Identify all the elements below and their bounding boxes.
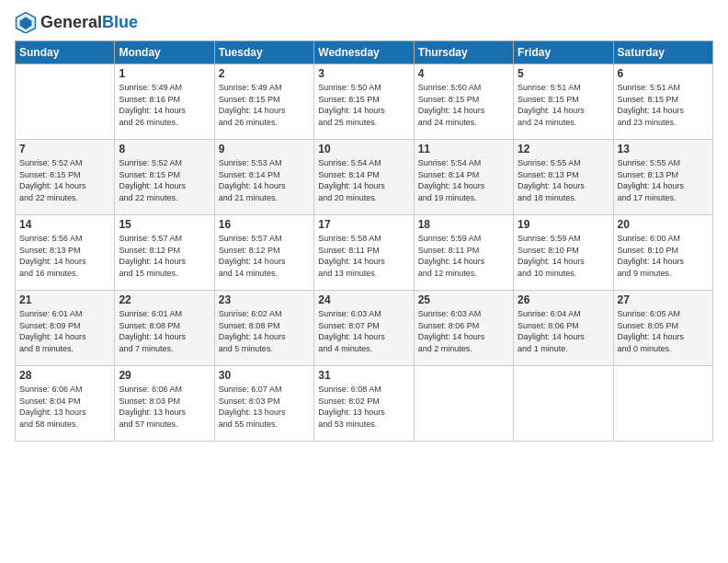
calendar-week-2: 7Sunrise: 5:52 AM Sunset: 8:15 PM Daylig… bbox=[16, 140, 713, 215]
day-info: Sunrise: 5:53 AM Sunset: 8:14 PM Dayligh… bbox=[219, 157, 310, 203]
day-info: Sunrise: 5:59 AM Sunset: 8:11 PM Dayligh… bbox=[418, 233, 509, 279]
calendar-cell: 1Sunrise: 5:49 AM Sunset: 8:16 PM Daylig… bbox=[115, 64, 214, 140]
logo: GeneralBlue bbox=[15, 11, 138, 33]
day-info: Sunrise: 5:59 AM Sunset: 8:10 PM Dayligh… bbox=[518, 233, 609, 279]
calendar-cell: 14Sunrise: 5:56 AM Sunset: 8:13 PM Dayli… bbox=[16, 215, 115, 291]
day-number: 3 bbox=[318, 67, 409, 80]
calendar-cell: 9Sunrise: 5:53 AM Sunset: 8:14 PM Daylig… bbox=[214, 140, 313, 215]
calendar-cell: 12Sunrise: 5:55 AM Sunset: 8:13 PM Dayli… bbox=[514, 140, 613, 215]
day-info: Sunrise: 5:58 AM Sunset: 8:11 PM Dayligh… bbox=[318, 233, 409, 279]
calendar-cell: 20Sunrise: 6:00 AM Sunset: 8:10 PM Dayli… bbox=[613, 215, 712, 291]
calendar-cell: 18Sunrise: 5:59 AM Sunset: 8:11 PM Dayli… bbox=[414, 215, 513, 291]
page: GeneralBlue SundayMondayTuesdayWednesday… bbox=[0, 0, 728, 563]
calendar-week-1: 1Sunrise: 5:49 AM Sunset: 8:16 PM Daylig… bbox=[16, 64, 713, 140]
day-info: Sunrise: 6:05 AM Sunset: 8:05 PM Dayligh… bbox=[618, 308, 709, 354]
calendar-cell: 30Sunrise: 6:07 AM Sunset: 8:03 PM Dayli… bbox=[214, 366, 313, 442]
calendar-cell: 2Sunrise: 5:49 AM Sunset: 8:15 PM Daylig… bbox=[214, 64, 313, 140]
calendar-cell: 4Sunrise: 5:50 AM Sunset: 8:15 PM Daylig… bbox=[414, 64, 513, 140]
calendar-cell: 24Sunrise: 6:03 AM Sunset: 8:07 PM Dayli… bbox=[314, 291, 414, 366]
calendar-cell: 27Sunrise: 6:05 AM Sunset: 8:05 PM Dayli… bbox=[613, 291, 712, 366]
header: GeneralBlue bbox=[15, 11, 713, 33]
day-number: 14 bbox=[19, 218, 110, 231]
day-info: Sunrise: 6:01 AM Sunset: 8:09 PM Dayligh… bbox=[19, 308, 110, 354]
day-number: 6 bbox=[618, 67, 709, 80]
day-number: 10 bbox=[318, 143, 409, 155]
day-info: Sunrise: 5:51 AM Sunset: 8:15 PM Dayligh… bbox=[618, 82, 709, 128]
day-info: Sunrise: 6:03 AM Sunset: 8:07 PM Dayligh… bbox=[318, 308, 409, 354]
calendar-cell: 21Sunrise: 6:01 AM Sunset: 8:09 PM Dayli… bbox=[16, 291, 115, 366]
day-number: 29 bbox=[119, 369, 210, 382]
calendar-cell: 6Sunrise: 5:51 AM Sunset: 8:15 PM Daylig… bbox=[613, 64, 712, 140]
day-number: 21 bbox=[19, 293, 110, 306]
day-info: Sunrise: 6:03 AM Sunset: 8:06 PM Dayligh… bbox=[418, 308, 509, 354]
calendar-cell: 25Sunrise: 6:03 AM Sunset: 8:06 PM Dayli… bbox=[414, 291, 513, 366]
day-number: 15 bbox=[119, 218, 210, 231]
logo-icon bbox=[15, 11, 37, 33]
day-header-monday: Monday bbox=[115, 41, 214, 64]
day-number: 11 bbox=[418, 143, 509, 155]
calendar-cell bbox=[414, 366, 513, 442]
day-info: Sunrise: 5:54 AM Sunset: 8:14 PM Dayligh… bbox=[418, 157, 509, 203]
day-header-friday: Friday bbox=[514, 41, 613, 64]
calendar-cell: 16Sunrise: 5:57 AM Sunset: 8:12 PM Dayli… bbox=[214, 215, 313, 291]
day-info: Sunrise: 5:49 AM Sunset: 8:15 PM Dayligh… bbox=[219, 82, 310, 128]
day-number: 24 bbox=[318, 293, 409, 306]
calendar-cell: 26Sunrise: 6:04 AM Sunset: 8:06 PM Dayli… bbox=[514, 291, 613, 366]
day-number: 30 bbox=[219, 369, 310, 382]
day-info: Sunrise: 5:56 AM Sunset: 8:13 PM Dayligh… bbox=[19, 233, 110, 279]
day-number: 31 bbox=[318, 369, 409, 382]
day-number: 2 bbox=[219, 67, 310, 80]
day-info: Sunrise: 5:54 AM Sunset: 8:14 PM Dayligh… bbox=[318, 157, 409, 203]
day-info: Sunrise: 5:55 AM Sunset: 8:13 PM Dayligh… bbox=[518, 157, 609, 203]
day-number: 25 bbox=[418, 293, 509, 306]
day-number: 13 bbox=[618, 143, 709, 155]
calendar-week-4: 21Sunrise: 6:01 AM Sunset: 8:09 PM Dayli… bbox=[16, 291, 713, 366]
calendar-cell: 31Sunrise: 6:08 AM Sunset: 8:02 PM Dayli… bbox=[314, 366, 414, 442]
day-info: Sunrise: 6:08 AM Sunset: 8:02 PM Dayligh… bbox=[318, 384, 409, 430]
calendar-header: SundayMondayTuesdayWednesdayThursdayFrid… bbox=[16, 41, 713, 64]
day-number: 5 bbox=[518, 67, 609, 80]
day-info: Sunrise: 5:57 AM Sunset: 8:12 PM Dayligh… bbox=[219, 233, 310, 279]
calendar-cell: 28Sunrise: 6:06 AM Sunset: 8:04 PM Dayli… bbox=[16, 366, 115, 442]
day-info: Sunrise: 5:50 AM Sunset: 8:15 PM Dayligh… bbox=[318, 82, 409, 128]
day-info: Sunrise: 5:50 AM Sunset: 8:15 PM Dayligh… bbox=[418, 82, 509, 128]
calendar-cell: 5Sunrise: 5:51 AM Sunset: 8:15 PM Daylig… bbox=[514, 64, 613, 140]
day-number: 16 bbox=[219, 218, 310, 231]
calendar: SundayMondayTuesdayWednesdayThursdayFrid… bbox=[15, 40, 713, 442]
calendar-cell: 8Sunrise: 5:52 AM Sunset: 8:15 PM Daylig… bbox=[115, 140, 214, 215]
day-number: 19 bbox=[518, 218, 609, 231]
calendar-cell: 7Sunrise: 5:52 AM Sunset: 8:15 PM Daylig… bbox=[16, 140, 115, 215]
day-header-tuesday: Tuesday bbox=[214, 41, 313, 64]
day-header-sunday: Sunday bbox=[16, 41, 115, 64]
day-header-wednesday: Wednesday bbox=[314, 41, 414, 64]
calendar-cell bbox=[514, 366, 613, 442]
calendar-cell: 15Sunrise: 5:57 AM Sunset: 8:12 PM Dayli… bbox=[115, 215, 214, 291]
day-number: 9 bbox=[219, 143, 310, 155]
calendar-cell: 11Sunrise: 5:54 AM Sunset: 8:14 PM Dayli… bbox=[414, 140, 513, 215]
calendar-cell bbox=[16, 64, 115, 140]
day-number: 20 bbox=[618, 218, 709, 231]
logo-text: GeneralBlue bbox=[40, 13, 138, 31]
calendar-cell bbox=[613, 366, 712, 442]
calendar-week-3: 14Sunrise: 5:56 AM Sunset: 8:13 PM Dayli… bbox=[16, 215, 713, 291]
day-number: 23 bbox=[219, 293, 310, 306]
day-info: Sunrise: 6:07 AM Sunset: 8:03 PM Dayligh… bbox=[219, 384, 310, 430]
calendar-cell: 3Sunrise: 5:50 AM Sunset: 8:15 PM Daylig… bbox=[314, 64, 414, 140]
day-info: Sunrise: 6:01 AM Sunset: 8:08 PM Dayligh… bbox=[119, 308, 210, 354]
day-info: Sunrise: 6:02 AM Sunset: 8:08 PM Dayligh… bbox=[219, 308, 310, 354]
calendar-week-5: 28Sunrise: 6:06 AM Sunset: 8:04 PM Dayli… bbox=[16, 366, 713, 442]
calendar-body: 1Sunrise: 5:49 AM Sunset: 8:16 PM Daylig… bbox=[16, 64, 713, 442]
day-number: 26 bbox=[518, 293, 609, 306]
day-header-thursday: Thursday bbox=[414, 41, 513, 64]
calendar-cell: 22Sunrise: 6:01 AM Sunset: 8:08 PM Dayli… bbox=[115, 291, 214, 366]
day-info: Sunrise: 5:57 AM Sunset: 8:12 PM Dayligh… bbox=[119, 233, 210, 279]
day-info: Sunrise: 6:00 AM Sunset: 8:10 PM Dayligh… bbox=[618, 233, 709, 279]
day-number: 27 bbox=[618, 293, 709, 306]
day-header-saturday: Saturday bbox=[613, 41, 712, 64]
calendar-cell: 29Sunrise: 6:06 AM Sunset: 8:03 PM Dayli… bbox=[115, 366, 214, 442]
day-number: 1 bbox=[119, 67, 210, 80]
day-info: Sunrise: 6:06 AM Sunset: 8:04 PM Dayligh… bbox=[19, 384, 110, 430]
day-info: Sunrise: 5:51 AM Sunset: 8:15 PM Dayligh… bbox=[518, 82, 609, 128]
day-number: 17 bbox=[318, 218, 409, 231]
day-info: Sunrise: 5:52 AM Sunset: 8:15 PM Dayligh… bbox=[19, 157, 110, 203]
